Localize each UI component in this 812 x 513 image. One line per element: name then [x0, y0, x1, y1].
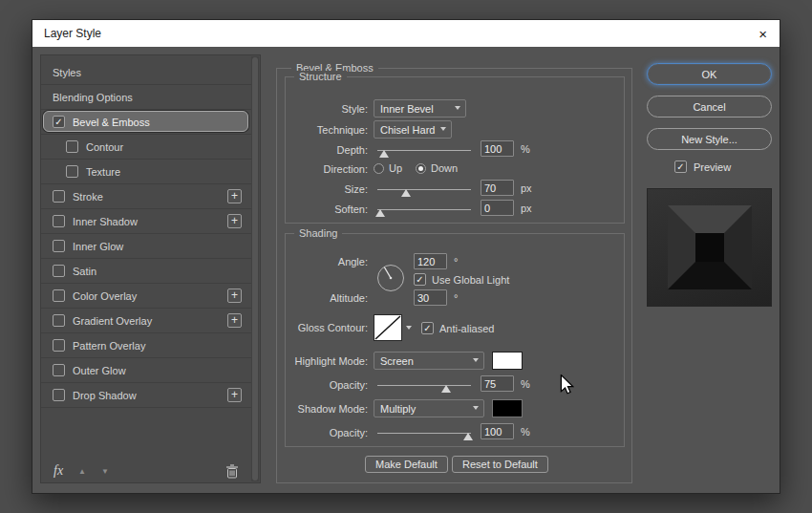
shadow-opacity-slider[interactable]	[377, 426, 471, 440]
slider-track	[377, 385, 471, 386]
slider-thumb[interactable]	[463, 433, 473, 440]
technique-dropdown[interactable]: Chisel Hard	[374, 120, 452, 139]
sidebar-item-label: Styles	[53, 67, 81, 78]
shadow-mode-dropdown[interactable]: Multiply	[374, 399, 484, 417]
style-label: Style:	[286, 103, 368, 115]
sidebar-item-inner-glow[interactable]: Inner Glow	[41, 234, 251, 259]
shadow-opacity-unit: %	[521, 426, 530, 438]
use-global-light-checkbox[interactable]: ✓ Use Global Light	[414, 273, 509, 286]
shading-group: Shading Angle: ° ✓ Use Global Light Alti…	[285, 233, 625, 447]
effect-checkbox[interactable]	[53, 190, 65, 203]
effect-checkbox[interactable]	[66, 165, 78, 178]
effect-checkbox[interactable]	[53, 339, 65, 352]
checkbox-icon: ✓	[421, 322, 434, 334]
slider-thumb[interactable]	[375, 209, 385, 217]
angle-dial[interactable]	[375, 263, 406, 293]
make-default-button[interactable]: Make Default	[365, 456, 448, 473]
soften-input[interactable]	[481, 200, 514, 216]
highlight-mode-dropdown[interactable]: Screen	[374, 352, 484, 370]
shadow-color-swatch[interactable]	[492, 399, 523, 417]
slider-thumb[interactable]	[379, 150, 389, 158]
technique-dropdown-value: Chisel Hard	[380, 124, 435, 136]
sidebar-item-satin[interactable]: Satin	[41, 259, 251, 284]
add-effect-button[interactable]: +	[227, 214, 242, 228]
effect-checkbox[interactable]	[53, 240, 65, 252]
add-effect-button[interactable]: +	[227, 313, 242, 328]
checkbox-icon: ✓	[414, 273, 426, 286]
sidebar-item-texture[interactable]: Texture	[41, 160, 251, 184]
size-input[interactable]	[481, 180, 514, 196]
slider-thumb[interactable]	[441, 385, 451, 393]
structure-group: Structure Style: Inner Bevel Technique: …	[285, 76, 625, 224]
highlight-opacity-input[interactable]	[481, 375, 514, 392]
sidebar-item-outer-glow[interactable]: Outer Glow	[41, 358, 251, 383]
sidebar-item-blending-options[interactable]: Blending Options	[41, 85, 251, 110]
sidebar-item-gradient-overlay[interactable]: Gradient Overlay +	[41, 309, 251, 333]
delete-effect-icon[interactable]	[225, 464, 239, 479]
effect-checkbox[interactable]	[53, 364, 65, 376]
angle-unit: °	[454, 256, 458, 267]
fx-icon[interactable]: fx	[53, 463, 63, 479]
sidebar-item-label: Outer Glow	[73, 365, 126, 376]
direction-up-radio[interactable]: Up	[374, 162, 402, 174]
altitude-input[interactable]	[414, 289, 447, 306]
chevron-down-icon	[473, 358, 479, 362]
cancel-button[interactable]: Cancel	[647, 96, 772, 118]
highlight-mode-value: Screen	[380, 355, 414, 367]
effect-checkbox[interactable]: ✓	[53, 116, 65, 128]
scrollbar-thumb[interactable]	[252, 57, 258, 481]
depth-slider[interactable]	[377, 143, 471, 158]
sidebar-item-label: Bevel & Emboss	[73, 117, 150, 128]
sidebar-item-styles[interactable]: Styles	[41, 60, 251, 85]
add-effect-button[interactable]: +	[227, 388, 242, 402]
sidebar-scrollbar[interactable]	[251, 56, 259, 481]
effect-checkbox[interactable]	[53, 289, 65, 302]
sidebar-item-label: Gradient Overlay	[73, 315, 152, 327]
anti-aliased-checkbox[interactable]: ✓ Anti-aliased	[421, 322, 494, 334]
chevron-down-icon	[440, 127, 446, 131]
soften-label: Soften:	[286, 203, 368, 215]
preview-checkbox[interactable]: ✓ Preview	[674, 160, 731, 173]
mouse-cursor	[560, 374, 574, 395]
sidebar-item-label: Texture	[86, 166, 120, 178]
soften-slider[interactable]	[377, 203, 471, 217]
angle-input[interactable]	[414, 253, 447, 269]
dialog-titlebar[interactable]: Layer Style ×	[32, 20, 780, 47]
direction-down-radio[interactable]: Down	[416, 162, 458, 174]
sidebar-item-pattern-overlay[interactable]: Pattern Overlay	[41, 333, 251, 358]
add-effect-button[interactable]: +	[227, 289, 242, 303]
sidebar-item-drop-shadow[interactable]: Drop Shadow +	[41, 383, 251, 408]
move-effect-down-icon[interactable]: ▼	[101, 467, 109, 476]
check-icon: ✓	[54, 118, 62, 127]
effect-checkbox[interactable]	[53, 265, 65, 277]
effect-checkbox[interactable]	[53, 314, 65, 327]
sidebar-item-inner-shadow[interactable]: Inner Shadow +	[41, 209, 251, 234]
sidebar-item-stroke[interactable]: Stroke +	[41, 184, 251, 209]
reset-to-default-button[interactable]: Reset to Default	[452, 456, 548, 473]
new-style-button[interactable]: New Style...	[647, 128, 772, 150]
close-icon[interactable]: ×	[759, 27, 780, 41]
highlight-opacity-slider[interactable]	[377, 378, 471, 393]
preview-thumbnail	[647, 188, 772, 307]
add-effect-button[interactable]: +	[227, 189, 242, 203]
ok-button[interactable]: OK	[647, 63, 772, 85]
size-slider[interactable]	[377, 182, 471, 197]
contour-picker-chevron-icon[interactable]	[406, 326, 412, 330]
sidebar-item-color-overlay[interactable]: Color Overlay +	[41, 284, 251, 309]
shading-legend: Shading	[294, 227, 342, 239]
structure-legend: Structure	[294, 71, 347, 82]
effect-checkbox[interactable]	[53, 389, 65, 401]
shadow-opacity-input[interactable]	[481, 423, 514, 439]
sidebar-item-bevel-emboss[interactable]: ✓ Bevel & Emboss	[41, 110, 251, 135]
depth-label: Depth:	[286, 144, 368, 156]
move-effect-up-icon[interactable]: ▲	[78, 467, 86, 476]
style-dropdown[interactable]: Inner Bevel	[374, 99, 466, 118]
depth-input[interactable]	[481, 140, 514, 157]
highlight-color-swatch[interactable]	[492, 352, 523, 370]
direction-label: Direction:	[286, 163, 368, 175]
slider-thumb[interactable]	[401, 189, 411, 197]
sidebar-item-contour[interactable]: Contour	[41, 135, 251, 160]
effect-checkbox[interactable]	[53, 215, 65, 227]
effect-checkbox[interactable]	[66, 140, 78, 153]
gloss-contour-swatch[interactable]	[374, 314, 402, 341]
